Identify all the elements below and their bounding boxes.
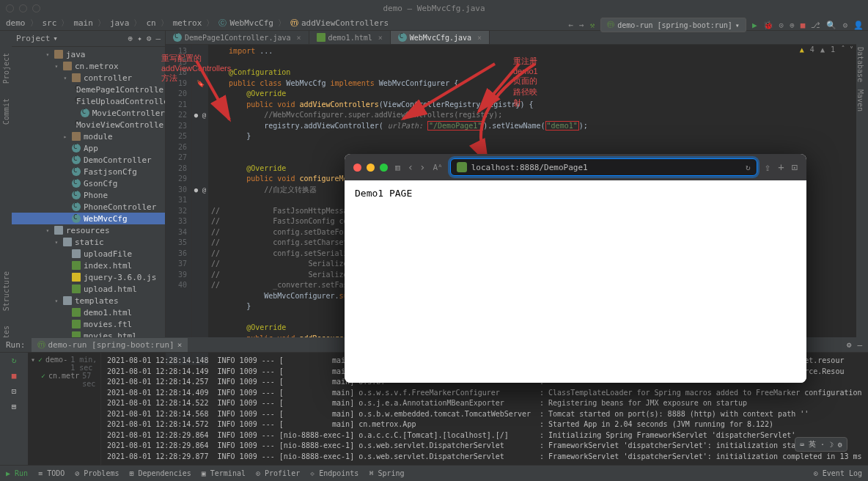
new-tab-icon[interactable]: + — [778, 161, 784, 173]
hide-icon[interactable]: — — [155, 34, 161, 43]
vcs-icon[interactable]: ⎇ — [811, 21, 820, 30]
search-icon[interactable]: 🔍 — [826, 21, 836, 30]
tree-item[interactable]: movies.ftl — [12, 318, 165, 330]
tree-item[interactable]: ▾resources — [12, 224, 165, 236]
status-profiler[interactable]: ⊙ Profiler — [256, 469, 300, 477]
zoom-window[interactable] — [32, 4, 40, 12]
avatar-icon[interactable]: 👤 — [853, 21, 864, 30]
tree-item[interactable]: ▾static — [12, 236, 165, 248]
run-config-select[interactable]: ⓜ demo-run [spring-boot:run] ▾ — [600, 18, 746, 32]
zoom-icon[interactable] — [380, 164, 388, 172]
settings-icon[interactable]: ⚙ — [842, 21, 847, 30]
tree-item[interactable]: WebMvcCfg — [12, 213, 165, 224]
crumb[interactable]: src — [43, 18, 57, 28]
tree-item[interactable]: PhoneController — [12, 201, 165, 213]
tree-item[interactable]: MovieController — [12, 107, 165, 119]
minimize-window[interactable] — [19, 4, 27, 12]
status-terminal[interactable]: ▣ Terminal — [202, 469, 246, 477]
close-window[interactable] — [6, 4, 14, 12]
coverage-icon[interactable]: ⊙ — [779, 21, 784, 30]
panel-title: Project — [16, 34, 50, 43]
exit-icon[interactable]: ⊡ — [12, 386, 17, 396]
crumb[interactable]: demo — [6, 18, 26, 28]
run-icon[interactable]: ▶ — [752, 21, 757, 30]
gear-icon[interactable]: ⚙ — [838, 441, 842, 449]
reload-icon[interactable]: ↻ — [746, 163, 751, 172]
tree-item[interactable]: jquery-3.6.0.js — [12, 271, 165, 283]
stop-icon[interactable]: ■ — [801, 21, 806, 30]
project-tab[interactable]: Project — [2, 53, 10, 84]
collapse-icon[interactable]: ⊕ — [128, 34, 133, 43]
layout-icon[interactable]: ⊞ — [12, 402, 17, 411]
tree-item[interactable]: FastjsonCfg — [12, 166, 165, 177]
tree-item[interactable]: GsonCfg — [12, 177, 165, 189]
maven-tab[interactable]: Maven — [856, 89, 864, 111]
settings-icon[interactable]: ⚙ — [147, 34, 152, 43]
tree-item[interactable]: DemePage1Controller — [12, 84, 165, 95]
status-deps[interactable]: ⊞ Dependencies — [129, 469, 191, 477]
crumb[interactable]: cn — [146, 18, 155, 28]
tree-item[interactable]: ▾controller — [12, 72, 165, 84]
close-icon[interactable] — [353, 164, 361, 172]
left-tool-strip: Project Commit Structure Favorites — [0, 31, 12, 337]
database-tab[interactable]: Database — [856, 47, 864, 82]
sidebar-icon[interactable]: ▥ — [395, 163, 400, 172]
minimize-icon[interactable] — [367, 164, 375, 172]
forward-icon[interactable]: › — [419, 161, 425, 173]
editor-tab[interactable]: DemePage1Controller.java× — [166, 31, 309, 44]
panel-settings-icon[interactable]: ⚙ — [847, 340, 852, 350]
tree-item[interactable]: ▾templates — [12, 295, 165, 306]
crumb[interactable]: java — [110, 18, 130, 28]
moon-icon[interactable]: ☽ — [829, 441, 834, 449]
panel-hide-icon[interactable]: — — [857, 340, 862, 350]
tree-item[interactable]: upload.html — [12, 283, 165, 295]
tree-item[interactable]: ▾java — [12, 48, 165, 60]
status-problems[interactable]: ⊘ Problems — [75, 469, 119, 477]
debug-icon[interactable]: 🐞 — [763, 21, 773, 30]
status-todo[interactable]: ≡ TODO — [38, 469, 65, 477]
ime-indicator[interactable]: ⌨英 ·☽ ⚙ — [795, 437, 847, 452]
tree-item[interactable]: App — [12, 142, 165, 154]
status-bar: ▶ Run ≡ TODO ⊘ Problems ⊞ Dependencies ▣… — [0, 465, 868, 481]
status-endpoints[interactable]: ⟐ Endpoints — [310, 469, 358, 477]
tree-item[interactable]: index.html — [12, 260, 165, 271]
run-tab[interactable]: ⓜ demo-run [spring-boot:run] × — [32, 338, 188, 352]
tree-item[interactable]: FileUploadController — [12, 95, 165, 107]
gutter-icons: 🔖● @● @● @ — [192, 45, 208, 365]
status-spring[interactable]: ⌘ Spring — [369, 469, 404, 477]
tree-item[interactable]: MovieViewController — [12, 119, 165, 131]
stop-icon[interactable]: ■ — [12, 371, 17, 381]
forward-icon[interactable]: → — [579, 21, 584, 30]
editor-tab[interactable]: WebMvcCfg.java× — [391, 31, 490, 44]
tree-item[interactable]: ▸module — [12, 131, 165, 142]
build-icon[interactable]: ⚒ — [590, 21, 595, 30]
status-run[interactable]: ▶ Run — [6, 469, 28, 477]
tree-item[interactable]: movies.html — [12, 330, 165, 337]
text-size-icon[interactable]: Aᴬ — [433, 163, 443, 172]
back-icon[interactable]: ‹ — [408, 161, 413, 173]
tree-item[interactable]: uploadFile — [12, 248, 165, 260]
tabs-icon[interactable]: ⊡ — [792, 161, 798, 173]
browser-content: Demo1 PAGE — [345, 180, 806, 383]
share-icon[interactable]: ⇪ — [765, 161, 770, 173]
back-icon[interactable]: ← — [568, 21, 573, 30]
crumb[interactable]: metrox — [173, 18, 202, 28]
crumb[interactable]: WebMvcCfg — [229, 18, 273, 28]
tree-item[interactable]: DemoController — [12, 154, 165, 166]
rerun-icon[interactable]: ↻ — [12, 356, 17, 365]
structure-tab[interactable]: Structure — [2, 271, 10, 311]
crumb[interactable]: addViewControllers — [301, 18, 389, 28]
profiler-icon[interactable]: ⊕ — [790, 21, 795, 30]
url-bar[interactable]: localhost:8888/DemoPage1 ↻ — [450, 158, 757, 176]
crumb[interactable]: main — [73, 18, 93, 28]
editor-tab[interactable]: demo1.html× — [309, 31, 391, 44]
ssl-icon — [457, 162, 467, 172]
main-toolbar: ← → ⚒ ⓜ demo-run [spring-boot:run] ▾ ▶ 🐞… — [568, 18, 864, 32]
tree-item[interactable]: ▾cn.metrox — [12, 60, 165, 72]
tree-item[interactable]: demo1.html — [12, 306, 165, 318]
event-log[interactable]: ⊙ Event Log — [814, 469, 862, 477]
inspection-badges[interactable]: ▲4 ▲1 ˆ ˅ — [800, 45, 853, 54]
tree-item[interactable]: Phone — [12, 189, 165, 201]
locate-icon[interactable]: ✦ — [137, 34, 142, 43]
commit-tab[interactable]: Commit — [2, 98, 10, 125]
